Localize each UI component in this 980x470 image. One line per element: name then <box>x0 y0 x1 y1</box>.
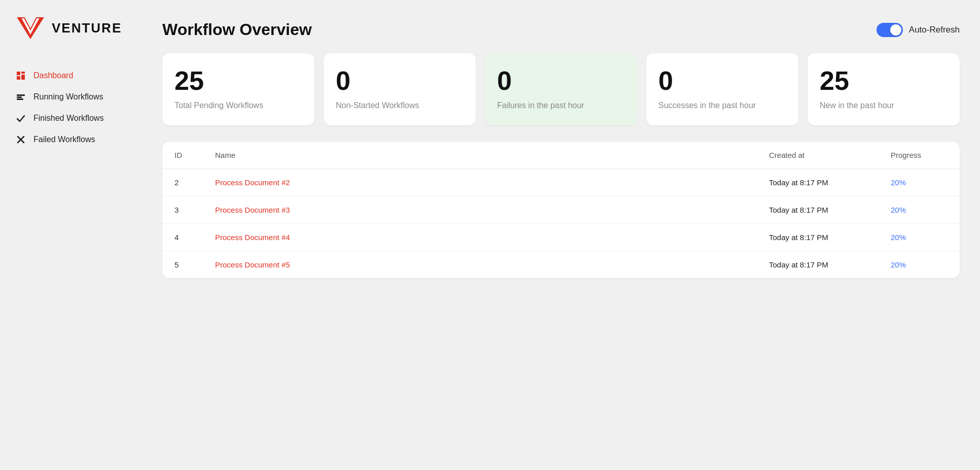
sidebar-nav: Dashboard Running Workflows Finished Wor… <box>15 65 142 150</box>
check-icon <box>15 113 26 124</box>
table-row: 2 Process Document #2 Today at 8:17 PM 2… <box>162 169 960 196</box>
stat-number-successes: 0 <box>658 68 786 94</box>
col-header-id: ID <box>162 142 203 169</box>
cell-name-1[interactable]: Process Document #3 <box>203 196 757 224</box>
stat-card-failures: 0 Failures in the past hour <box>485 53 637 125</box>
cell-name-2[interactable]: Process Document #4 <box>203 224 757 251</box>
auto-refresh-label: Auto-Refresh <box>909 25 960 35</box>
x-icon <box>15 134 26 145</box>
page-title: Workflow Overview <box>162 20 312 39</box>
stat-label-new: New in the past hour <box>820 100 948 111</box>
col-header-progress: Progress <box>879 142 960 169</box>
sidebar-item-failed-label: Failed Workflows <box>33 135 95 144</box>
sidebar-item-failed[interactable]: Failed Workflows <box>15 129 142 150</box>
stat-card-total-pending: 25 Total Pending Workflows <box>162 53 314 125</box>
sidebar-item-finished-label: Finished Workflows <box>33 114 103 123</box>
cell-progress-2: 20% <box>879 224 960 251</box>
table-row: 3 Process Document #3 Today at 8:17 PM 2… <box>162 196 960 224</box>
svg-rect-3 <box>17 72 20 75</box>
col-header-name: Name <box>203 142 757 169</box>
cell-created-3: Today at 8:17 PM <box>757 251 879 279</box>
cell-created-1: Today at 8:17 PM <box>757 196 879 224</box>
logo-area: VENTURE <box>15 15 142 41</box>
cell-id-1: 3 <box>162 196 203 224</box>
svg-rect-8 <box>17 96 22 98</box>
sidebar-item-running[interactable]: Running Workflows <box>15 86 142 108</box>
svg-rect-7 <box>17 94 25 96</box>
svg-rect-5 <box>17 76 20 80</box>
cell-progress-3: 20% <box>879 251 960 279</box>
stat-card-successes: 0 Successes in the past hour <box>646 53 798 125</box>
dashboard-icon <box>15 70 26 81</box>
stat-number-failures: 0 <box>497 68 625 94</box>
svg-rect-6 <box>21 75 25 80</box>
stat-number-non-started: 0 <box>336 68 464 94</box>
sidebar-item-dashboard-label: Dashboard <box>33 71 73 80</box>
table-row: 4 Process Document #4 Today at 8:17 PM 2… <box>162 224 960 251</box>
cell-name-3[interactable]: Process Document #5 <box>203 251 757 279</box>
cell-name-0[interactable]: Process Document #2 <box>203 169 757 196</box>
stat-label-successes: Successes in the past hour <box>658 100 786 111</box>
stat-number-total-pending: 25 <box>174 68 302 94</box>
svg-rect-4 <box>21 72 25 74</box>
sidebar-item-dashboard[interactable]: Dashboard <box>15 65 142 86</box>
col-header-created-at: Created at <box>757 142 879 169</box>
cell-id-3: 5 <box>162 251 203 279</box>
table-row: 5 Process Document #5 Today at 8:17 PM 2… <box>162 251 960 279</box>
table-header-row: ID Name Created at Progress <box>162 142 960 169</box>
stat-number-new: 25 <box>820 68 948 94</box>
stat-label-total-pending: Total Pending Workflows <box>174 100 302 111</box>
cell-progress-1: 20% <box>879 196 960 224</box>
stat-label-failures: Failures in the past hour <box>497 100 625 111</box>
venture-logo-icon <box>15 15 46 41</box>
stats-row: 25 Total Pending Workflows 0 Non-Started… <box>162 53 960 125</box>
cell-id-2: 4 <box>162 224 203 251</box>
toggle-knob <box>890 24 901 36</box>
main-content: Workflow Overview Auto-Refresh 25 Total … <box>142 0 980 470</box>
logo-text: VENTURE <box>52 20 122 36</box>
cell-id-0: 2 <box>162 169 203 196</box>
sidebar-item-finished[interactable]: Finished Workflows <box>15 108 142 129</box>
sidebar: VENTURE Dashboard <box>0 0 142 470</box>
stat-label-non-started: Non-Started Workflows <box>336 100 464 111</box>
svg-rect-9 <box>17 98 23 100</box>
sidebar-item-running-label: Running Workflows <box>33 92 103 102</box>
auto-refresh-toggle[interactable] <box>877 23 903 37</box>
cell-created-2: Today at 8:17 PM <box>757 224 879 251</box>
workflows-table: ID Name Created at Progress 2 Process Do… <box>162 142 960 278</box>
running-icon <box>15 91 26 103</box>
header-row: Workflow Overview Auto-Refresh <box>162 20 960 39</box>
svg-marker-0 <box>18 18 43 38</box>
auto-refresh-area: Auto-Refresh <box>877 23 960 37</box>
cell-created-0: Today at 8:17 PM <box>757 169 879 196</box>
workflows-table-container: ID Name Created at Progress 2 Process Do… <box>162 142 960 278</box>
cell-progress-0: 20% <box>879 169 960 196</box>
stat-card-new: 25 New in the past hour <box>808 53 960 125</box>
stat-card-non-started: 0 Non-Started Workflows <box>324 53 476 125</box>
